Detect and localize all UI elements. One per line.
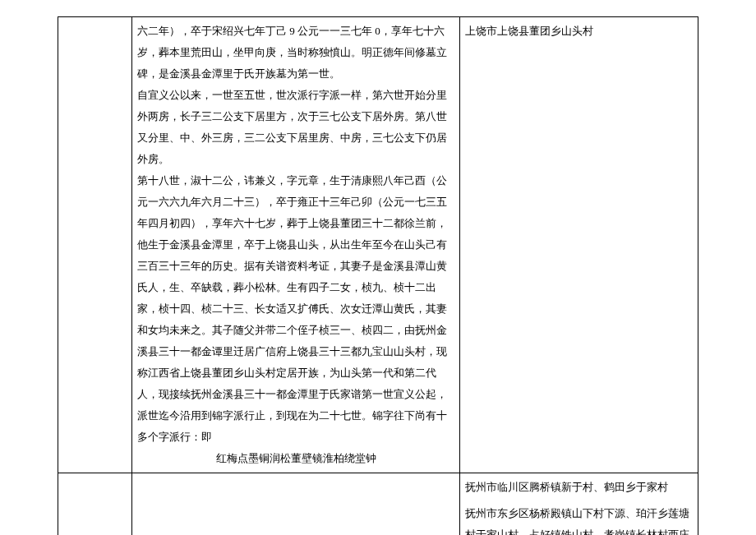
paragraph-3: 第十八世，淑十二公，讳兼义，字元章，生于清康熙八年己酉（公元一六六九年六月二十三… xyxy=(137,170,454,448)
paragraph-4: 红梅点墨铜润松董壁镜淮柏绕堂钟 xyxy=(137,448,454,469)
region-cell-2: 江西省抚州市 xyxy=(58,473,132,536)
location-line-2: 抚州市东乡区杨桥殿镇山下村下源、珀汗乡莲塘村于家山村、占好镇铁山村、孝岗镇长林村… xyxy=(465,503,693,535)
location-cell-2: 抚州市临川区腾桥镇新于村、鹤田乡于家村 抚州市东乡区杨桥殿镇山下村下源、珀汗乡莲… xyxy=(460,473,698,536)
content-cell-1: 六二年），卒于宋绍兴七年丁己 9 公元一一三七年 0，享年七十六岁，葬本里荒田山… xyxy=(131,17,459,473)
paragraph-1: 六二年），卒于宋绍兴七年丁己 9 公元一一三七年 0，享年七十六岁，葬本里荒田山… xyxy=(137,21,454,85)
paragraph-2: 自宜义公以来，一世至五世，世次派行字派一样，第六世开始分里外两房，长子三二公支下… xyxy=(137,85,454,170)
region-cell-1 xyxy=(58,17,132,473)
location-line-1: 抚州市临川区腾桥镇新于村、鹤田乡于家村 xyxy=(465,477,693,498)
content-cell-2 xyxy=(131,473,459,536)
location-cell-1: 上饶市上饶县董团乡山头村 xyxy=(460,17,698,473)
